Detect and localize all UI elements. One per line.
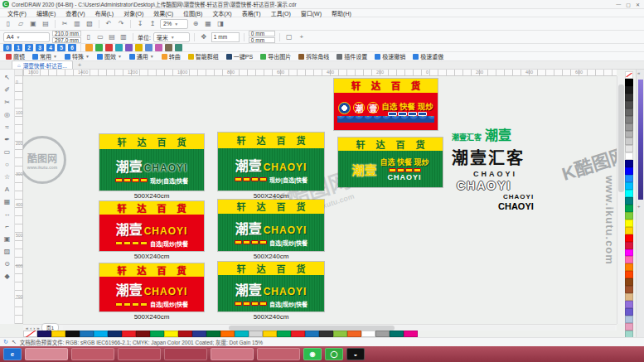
plugin-tool-icon-2[interactable] — [105, 44, 113, 51]
add-toolbar-icon[interactable]: + — [297, 32, 307, 42]
color-swatch-25[interactable] — [625, 256, 633, 263]
plugin-button-智能群组[interactable]: 智能群组 — [186, 52, 221, 60]
redo-icon[interactable]: ↷ — [116, 19, 126, 29]
banner-design-4[interactable]: 轩 达 百 货 潮壹CHAOYI自选|现炒|快餐 500X240cm — [99, 201, 204, 260]
plugin-button-极速撤销[interactable]: 极速撤销 — [372, 52, 408, 60]
layer-button-5[interactable]: 5 — [57, 44, 65, 51]
docker-gradient-tab[interactable] — [638, 80, 643, 200]
viewer-window-button[interactable] — [211, 348, 254, 360]
page-height-field[interactable]: 297.0 mm — [52, 37, 81, 43]
menu-item-O[interactable]: 对象(O) — [119, 9, 148, 17]
layer-button-4[interactable]: 4 — [46, 44, 55, 51]
plugin-button-一键PS[interactable]: 一键PS — [224, 52, 255, 60]
plugin-button-拆除角线[interactable]: 拆除角线 — [296, 52, 332, 60]
eyedropper-tool-icon[interactable]: ⊙ — [2, 258, 13, 270]
color-swatch-13[interactable] — [625, 167, 633, 175]
color-swatch-24[interactable] — [625, 249, 633, 257]
dimension-tool-icon[interactable]: ↔ — [2, 208, 13, 220]
plugin-tool-icon-7[interactable] — [155, 44, 162, 51]
table-tool-icon[interactable]: ▦ — [2, 195, 13, 208]
portrait-icon[interactable]: ▯ — [84, 32, 94, 42]
banner-design-2[interactable]: 轩 达 百 货 潮壹CHAOYI现炒|自选|快餐 500X240cm — [218, 133, 324, 200]
doc-color-swatch-11[interactable] — [178, 331, 192, 337]
landscape-icon[interactable]: ▭ — [95, 32, 105, 42]
ellipse-tool-icon[interactable]: ○ — [2, 158, 13, 171]
plugin-tool-icon-9[interactable] — [175, 44, 182, 51]
drawing-canvas[interactable]: 潮壹汇客 潮壹 潮壹汇客 CHAOYI CHAOYI CHAOYI CHAOYI… — [23, 76, 617, 324]
rectangle-tool-icon[interactable]: ▭ — [2, 146, 13, 158]
application-launcher-icon[interactable]: ◨ — [215, 19, 225, 29]
new-document-icon[interactable]: ▯ — [3, 19, 13, 29]
color-swatch-18[interactable] — [625, 205, 633, 212]
color-swatch-2[interactable] — [625, 86, 633, 94]
doc-color-swatch-0[interactable] — [23, 331, 37, 337]
plugin-button-常用[interactable]: 常用▼ — [30, 52, 60, 60]
text-tool-icon[interactable]: A — [2, 183, 13, 195]
color-swatch-8[interactable] — [625, 131, 633, 138]
color-swatch-32[interactable] — [625, 308, 633, 316]
docker-collapse-icon[interactable]: « — [637, 70, 640, 75]
doc-color-swatch-19[interactable] — [291, 331, 305, 337]
shadow-tool-icon[interactable]: ▣ — [2, 233, 13, 245]
color-swatch-33[interactable] — [625, 316, 633, 323]
color-swatch-1[interactable] — [625, 79, 633, 86]
doc-color-swatch-26[interactable] — [390, 331, 404, 337]
color-swatch-5[interactable] — [625, 109, 633, 116]
color-swatch-21[interactable] — [625, 227, 633, 234]
ruler-origin[interactable] — [15, 70, 23, 76]
menu-item-W[interactable]: 窗口(W) — [297, 9, 326, 17]
zoom-level-select[interactable]: 2%▼ — [160, 19, 188, 29]
doc-color-swatch-27[interactable] — [404, 331, 418, 337]
vertical-ruler[interactable]: 0100200300400500600700 — [15, 76, 23, 324]
color-swatch-29[interactable] — [625, 286, 633, 293]
color-swatch-23[interactable] — [625, 242, 633, 249]
plugin-button-图效[interactable]: 图效▼ — [94, 52, 124, 60]
crop-tool-icon[interactable]: ✂ — [2, 96, 13, 109]
doc-color-swatch-15[interactable] — [235, 331, 249, 337]
color-swatch-16[interactable] — [625, 190, 633, 197]
color-swatch-28[interactable] — [625, 278, 633, 286]
plugin-button-插件设置[interactable]: 插件设置 — [334, 52, 370, 60]
nudge-field[interactable]: 1 mm — [211, 32, 240, 42]
color-swatch-22[interactable] — [625, 234, 633, 242]
undo-icon[interactable]: ↶ — [104, 19, 114, 29]
color-swatch-7[interactable] — [625, 123, 633, 131]
current-page-icon[interactable]: ▤ — [107, 32, 117, 42]
plugin-button-转曲[interactable]: 转曲 — [159, 52, 183, 60]
doc-color-swatch-5[interactable] — [94, 331, 108, 337]
color-swatch-20[interactable] — [625, 220, 633, 227]
plugin-button-特殊[interactable]: 特殊▼ — [62, 52, 92, 60]
units-select[interactable]: 毫米▼ — [153, 32, 190, 42]
banner-design-1[interactable]: 轩 达 百 货 潮壹CHAOYI现炒|自选|快餐 500X240cm — [99, 134, 204, 200]
menu-item-H[interactable]: 帮助(H) — [327, 9, 356, 17]
menu-item-T[interactable]: 表格(T) — [238, 9, 265, 17]
layer-button-2[interactable]: 2 — [25, 44, 33, 51]
doc-color-swatch-14[interactable] — [220, 331, 235, 337]
doc-color-swatch-21[interactable] — [319, 331, 333, 337]
menu-item-E[interactable]: 编辑(E) — [32, 9, 60, 17]
color-swatch-0[interactable] — [625, 71, 633, 79]
doc-color-swatch-24[interactable] — [361, 331, 375, 337]
doc-color-swatch-22[interactable] — [333, 331, 347, 337]
plugin-button-通用[interactable]: 通用▼ — [127, 52, 157, 60]
doc-color-swatch-1[interactable] — [37, 331, 51, 337]
palette-add-icon[interactable]: + — [637, 204, 641, 209]
document-tab[interactable]: ⌂ 潮壹快餐-轩达百... — [12, 60, 73, 69]
banner-design-5[interactable]: 轩 达 百 货 潮壹CHAOYI自选|现炒|快餐 500X240cm — [218, 200, 324, 260]
color-swatch-15[interactable] — [625, 182, 633, 190]
shape-tool-icon[interactable]: ✐ — [2, 84, 13, 96]
menu-item-B[interactable]: 位图(B) — [179, 9, 206, 17]
minimize-button[interactable]: — — [616, 2, 621, 7]
pick-tool-icon[interactable]: ↖ — [2, 71, 13, 84]
save-icon[interactable]: ▣ — [28, 19, 38, 29]
browser-icon[interactable]: e — [3, 348, 22, 360]
color-swatch-30[interactable] — [625, 293, 633, 301]
doc-color-swatch-2[interactable] — [51, 331, 65, 337]
menu-item-F[interactable]: 文件(F) — [3, 9, 31, 17]
transparency-tool-icon[interactable]: ▨ — [2, 245, 13, 258]
color-swatch-10[interactable] — [625, 145, 633, 152]
export-icon[interactable]: ↥ — [148, 19, 157, 29]
plugin-tool-icon-5[interactable] — [135, 44, 143, 51]
plugin-tool-icon-4[interactable] — [125, 44, 133, 51]
doc-color-swatch-18[interactable] — [277, 331, 291, 337]
